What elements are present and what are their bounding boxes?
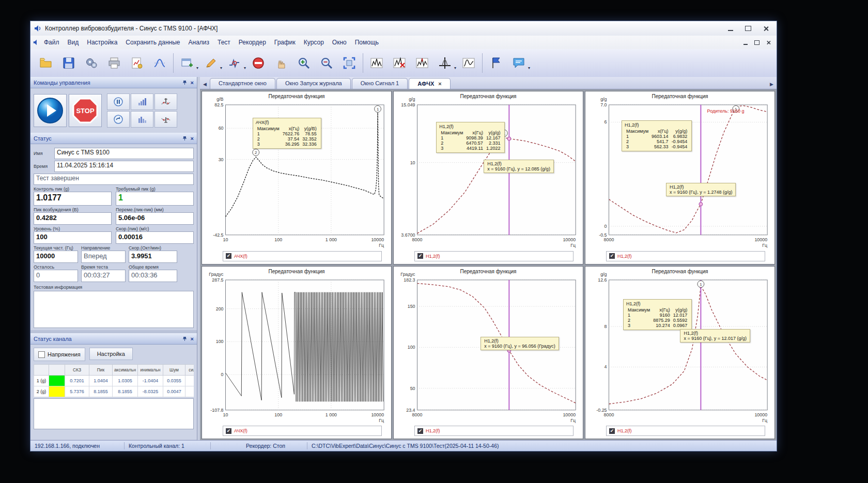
zoom-in-button[interactable] xyxy=(292,52,315,74)
menu-item-1[interactable]: Файл xyxy=(40,37,64,48)
zoom-page-button[interactable] xyxy=(315,52,338,74)
chart-plot[interactable]: 7.060-0.5800010000g/gГц1 xyxy=(585,91,774,264)
stop-icon: STOP xyxy=(71,97,99,124)
edit-graph-button[interactable] xyxy=(199,52,222,74)
probe-signal-button[interactable] xyxy=(223,52,246,74)
minimize-button[interactable] xyxy=(723,24,738,33)
tab-окно-запуск-журнала[interactable]: Окно Запуск журнала xyxy=(276,78,351,89)
chart-plot[interactable]: 15.049103.6700800010000g/gГц1 xyxy=(394,91,583,264)
zoom-page-icon xyxy=(320,56,333,70)
dropdown-arrow-icon[interactable]: ▾ xyxy=(220,66,222,70)
print-button[interactable] xyxy=(103,52,126,74)
remaining-label: Осталось xyxy=(34,264,78,270)
start-test-button[interactable] xyxy=(34,94,67,127)
channel-col-header: СКЗ xyxy=(65,365,89,376)
dropdown-arrow-icon[interactable]: ▾ xyxy=(454,66,456,70)
legend-label: Н1,2(f) xyxy=(617,428,632,433)
chart-plot[interactable]: 12.684-0.25800010000g/gГц1 xyxy=(585,267,774,439)
channel-row[interactable]: 1 (g)0.72011.04041.0305-1.04040.03552.37… xyxy=(34,376,194,386)
menu-item-2[interactable]: Вид xyxy=(64,37,83,48)
save-file-button[interactable] xyxy=(57,52,80,74)
upper-limit-button[interactable] xyxy=(154,94,177,110)
x-tick-label: 10000 xyxy=(371,237,384,242)
system-settings-button[interactable] xyxy=(80,52,103,74)
y-tick-label: 100 xyxy=(216,339,224,344)
pause-button[interactable] xyxy=(107,94,130,110)
svg-text:1: 1 xyxy=(700,282,702,286)
channel-value: 0.7201 xyxy=(65,376,89,386)
mdi-close-button[interactable] xyxy=(764,39,772,46)
chart-plot[interactable]: 82.56030-42.5101001 00010000g/ВГц12 xyxy=(202,91,391,264)
resume-button[interactable] xyxy=(107,111,130,128)
pan-hand-button[interactable] xyxy=(270,52,292,74)
legend-checkbox[interactable]: ✔ xyxy=(609,253,615,259)
tooltip-header: АЧХ(f) xyxy=(256,120,318,125)
pin-icon[interactable] xyxy=(182,336,188,341)
spectrum-view-button[interactable] xyxy=(365,52,388,74)
pin-icon[interactable] xyxy=(182,80,188,85)
tab-стандартное-окно[interactable]: Стандартное окно xyxy=(210,78,275,89)
lower-limit-button[interactable] xyxy=(154,111,177,128)
y-tick-label: 15.049 xyxy=(401,102,415,107)
new-graph-window-button[interactable] xyxy=(176,52,198,74)
mdi-restore-button[interactable] xyxy=(753,39,761,46)
voltage-checkbox[interactable]: Напряжения xyxy=(34,348,85,361)
stop-action-button[interactable] xyxy=(247,52,270,74)
comments-button[interactable] xyxy=(507,52,530,74)
velocity-value: 0.00016 xyxy=(116,231,194,244)
close-button[interactable] xyxy=(758,24,773,33)
menu-item-8[interactable]: График xyxy=(270,37,300,48)
mdi-minimize-button[interactable] xyxy=(741,39,750,46)
menu-item-11[interactable]: Помощь xyxy=(351,37,383,48)
report-chart-button[interactable] xyxy=(126,52,148,74)
tab-окно-сигнал-1[interactable]: Окно Сигнал 1 xyxy=(352,78,408,89)
menu-item-5[interactable]: Анализ xyxy=(184,37,214,48)
y-tick-label: 12.6 xyxy=(598,277,607,282)
menu-item-6[interactable]: Тест xyxy=(213,37,235,48)
flag-marker-button[interactable] xyxy=(485,52,507,74)
y-tick-label: -107.8 xyxy=(210,407,223,412)
y-axis-unit: g/В xyxy=(216,97,223,102)
chart-plot[interactable]: 182.31501005023.4800010000ГрадусГц xyxy=(394,267,583,439)
channel-status-panel: Статус канала × Напряжения Настро xyxy=(30,333,197,440)
dropdown-arrow-icon[interactable]: ▾ xyxy=(244,66,246,70)
close-panel-icon[interactable]: × xyxy=(191,336,194,342)
spectrum-delete-button[interactable] xyxy=(388,52,411,74)
tooltip-value: 3 xyxy=(625,144,650,149)
maximize-button[interactable] xyxy=(740,24,756,33)
cursor-axes-button[interactable] xyxy=(433,52,456,74)
menu-item-10[interactable]: Окно xyxy=(328,37,351,48)
legend-checkbox[interactable]: ✔ xyxy=(609,428,615,434)
menu-item-3[interactable]: Настройка xyxy=(83,37,121,48)
waveform-view-button[interactable] xyxy=(457,52,480,74)
spectrum-marks-button[interactable] xyxy=(411,52,433,74)
legend-checkbox[interactable]: ✔ xyxy=(226,253,231,259)
menu-item-7[interactable]: Рекордер xyxy=(235,37,270,48)
close-panel-icon[interactable]: × xyxy=(191,135,194,142)
tab-афчх[interactable]: АФЧХ× xyxy=(409,78,450,89)
chart-plot[interactable]: 287.52001000-107.8101001 00010000ГрадусГ… xyxy=(202,267,391,439)
channel-row[interactable]: 2 (g)5.73768.18558.1855-8.03250.004718.9… xyxy=(34,386,194,397)
dropdown-arrow-icon[interactable]: ▾ xyxy=(528,66,530,70)
tab-scroll-left-icon[interactable]: ◀ xyxy=(200,82,210,89)
fit-view-button[interactable] xyxy=(338,52,361,74)
tab-scroll-right-icon[interactable]: ▶ xyxy=(767,82,777,89)
bars-up-button[interactable] xyxy=(131,94,153,110)
pin-icon[interactable] xyxy=(182,136,188,141)
close-panel-icon[interactable]: × xyxy=(191,80,194,86)
menu-item-4[interactable]: Сохранить данные xyxy=(121,37,184,48)
tab-close-icon[interactable]: × xyxy=(438,81,441,87)
legend-checkbox[interactable]: ✔ xyxy=(226,428,231,434)
legend-checkbox[interactable]: ✔ xyxy=(417,253,423,259)
legend-checkbox[interactable]: ✔ xyxy=(417,428,423,434)
y-axis-unit: g/g xyxy=(600,271,607,276)
channel-settings-button[interactable]: Настройка xyxy=(89,348,133,360)
peak-marker: 2 xyxy=(253,149,259,156)
dropdown-arrow-icon[interactable]: ▾ xyxy=(196,66,198,70)
open-file-button[interactable] xyxy=(35,52,57,74)
curves-view-button[interactable] xyxy=(148,52,171,74)
stop-test-button[interactable]: STOP xyxy=(69,94,102,127)
test-info-textarea[interactable] xyxy=(34,291,194,328)
menu-item-9[interactable]: Курсор xyxy=(300,37,328,48)
bars-histogram-button[interactable] xyxy=(131,111,153,128)
